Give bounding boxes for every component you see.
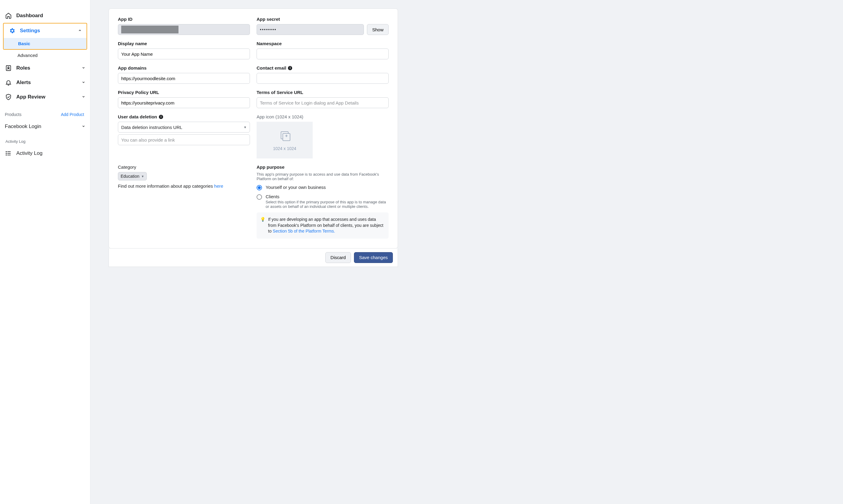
category-help: Find out more information about app cate…: [118, 183, 250, 188]
user-data-deletion-link-input[interactable]: [118, 134, 250, 145]
privacy-url-label: Privacy Policy URL: [118, 90, 250, 95]
platform-terms-link[interactable]: Section 5b of the Platform Terms.: [273, 229, 335, 233]
user-data-deletion-select[interactable]: Data deletion instructions URL ▼: [118, 122, 250, 132]
purpose-info-box: 💡 If you are developing an app that acce…: [257, 212, 389, 239]
category-label: Category: [118, 164, 250, 169]
chevron-up-icon: [78, 29, 82, 33]
nav-settings-advanced[interactable]: Advanced: [3, 50, 90, 61]
bell-icon: [5, 79, 12, 86]
nav-label: Settings: [20, 28, 40, 34]
app-purpose-label: App purpose: [257, 164, 389, 169]
user-data-deletion-label: User data deletion i: [118, 114, 250, 119]
app-domains-input[interactable]: [118, 73, 250, 84]
caret-down-icon: ▼: [244, 126, 247, 129]
nav-roles[interactable]: Roles: [0, 61, 90, 75]
tos-url-label: Terms of Service URL: [257, 90, 389, 95]
privacy-url-input[interactable]: [118, 97, 250, 108]
svg-point-7: [6, 155, 7, 156]
save-button[interactable]: Save changes: [354, 252, 393, 263]
nav-settings[interactable]: Settings: [4, 23, 87, 38]
settings-highlight: Settings Basic: [3, 23, 87, 50]
nav-label: Dashboard: [16, 13, 43, 19]
shield-check-icon: [5, 93, 12, 101]
home-icon: [5, 12, 12, 19]
nav-facebook-login[interactable]: Facebook Login: [0, 120, 90, 133]
svg-point-6: [6, 153, 7, 154]
add-product-link[interactable]: Add Product: [61, 112, 84, 117]
app-purpose-desc: This app's primary purpose is to access …: [257, 172, 389, 181]
app-secret-field: ••••••••: [257, 24, 364, 35]
nav-label: Activity Log: [16, 150, 42, 156]
settings-card: App ID App secret •••••••• Show Display …: [108, 8, 398, 249]
category-help-link[interactable]: here: [214, 183, 223, 188]
nav-activity-log[interactable]: Activity Log: [0, 146, 90, 161]
purpose-sub-clients: Select this option if the primary purpos…: [265, 200, 389, 209]
discard-button[interactable]: Discard: [325, 252, 351, 263]
footer-bar: Discard Save changes: [108, 249, 398, 267]
sidebar: Dashboard Settings Basic Advanced Roles: [0, 0, 90, 504]
products-header: Products Add Product: [0, 108, 90, 120]
app-icon-hint: 1024 x 1024: [273, 146, 296, 151]
display-name-label: Display name: [118, 41, 250, 46]
display-name-input[interactable]: [118, 49, 250, 59]
category-select[interactable]: Education ▼: [118, 172, 147, 180]
app-domains-label: App domains: [118, 65, 250, 71]
activity-log-header: Activity Log: [0, 133, 90, 146]
nav-label: Alerts: [16, 79, 31, 86]
contact-email-input[interactable]: [257, 73, 389, 84]
namespace-input[interactable]: [257, 49, 389, 59]
app-secret-label: App secret: [257, 17, 389, 22]
nav-settings-basic[interactable]: Basic: [4, 38, 87, 49]
purpose-label-self: Yourself or your own business: [265, 185, 326, 190]
nav-alerts[interactable]: Alerts: [0, 75, 90, 90]
show-secret-button[interactable]: Show: [367, 24, 389, 35]
purpose-label-clients: Clients: [265, 194, 389, 199]
list-icon: [5, 150, 12, 157]
nav-label: App Review: [16, 94, 45, 100]
nav-label: Roles: [16, 65, 30, 71]
nav-label: Facebook Login: [5, 124, 41, 129]
main-content: App ID App secret •••••••• Show Display …: [90, 0, 843, 504]
app-id-label: App ID: [118, 17, 250, 22]
chevron-down-icon: [82, 66, 85, 71]
gear-icon: [8, 27, 16, 34]
caret-down-icon: ▼: [141, 175, 144, 178]
roles-icon: [5, 65, 12, 72]
info-icon: i: [159, 115, 163, 119]
app-id-field: [118, 24, 250, 35]
nav-app-review[interactable]: App Review: [0, 90, 90, 104]
app-icon-upload[interactable]: 1024 x 1024: [257, 122, 313, 159]
purpose-radio-self[interactable]: [257, 185, 262, 191]
nav-dashboard[interactable]: Dashboard: [0, 8, 90, 23]
lightbulb-icon: 💡: [260, 217, 265, 223]
purpose-radio-clients[interactable]: [257, 194, 262, 200]
contact-email-label: Contact email i: [257, 65, 389, 71]
chevron-down-icon: [82, 124, 85, 129]
svg-point-5: [6, 151, 7, 152]
info-icon: i: [288, 66, 292, 70]
namespace-label: Namespace: [257, 41, 389, 46]
svg-point-1: [8, 67, 9, 68]
products-label: Products: [5, 112, 21, 117]
app-icon-label: App icon (1024 x 1024): [257, 114, 389, 119]
chevron-down-icon: [82, 80, 85, 85]
chevron-down-icon: [82, 95, 85, 100]
tos-url-input[interactable]: [257, 97, 389, 108]
